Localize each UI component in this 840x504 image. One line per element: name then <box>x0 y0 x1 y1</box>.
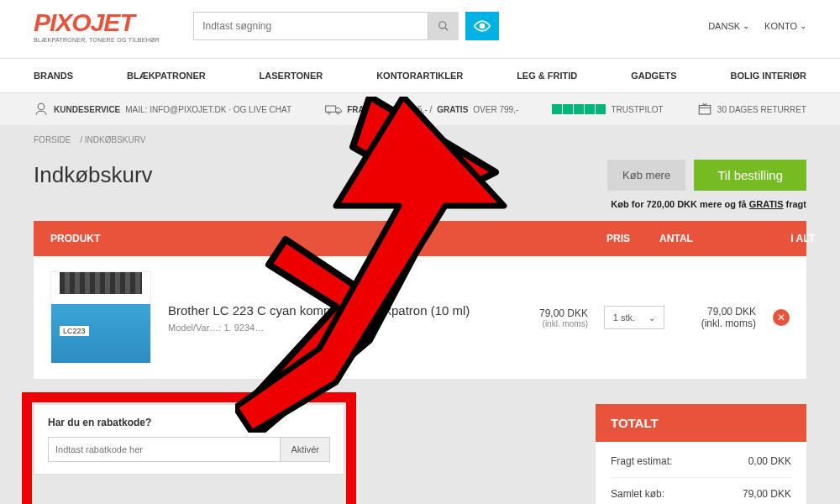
nav-brands[interactable]: BRANDS <box>34 71 73 81</box>
svg-point-3 <box>38 103 45 110</box>
ship-estimate-label: Fragt estimat: <box>611 455 672 467</box>
total-value: 79,00 DKK <box>680 306 756 318</box>
headset-icon <box>34 102 49 117</box>
promo-code-input[interactable] <box>48 437 281 462</box>
ship-over: OVER 799,- <box>473 105 518 114</box>
checkout-button[interactable]: Til bestilling <box>694 160 806 191</box>
promo-title: Har du en rabatkode? <box>48 417 330 428</box>
accessibility-button[interactable] <box>465 12 499 40</box>
service-text: MAIL: INFO@PIXOJET.DK · OG LIVE CHAT <box>125 105 291 114</box>
ship-estimate-value: 0,00 DKK <box>748 455 791 467</box>
account-label: KONTO <box>764 21 797 31</box>
breadcrumb: FORSIDE / INDKØBSKURV <box>0 125 840 155</box>
ship-free: GRATIS <box>437 105 468 114</box>
sum-label: Samlet køb: <box>611 488 664 500</box>
logo-text: PIXOJET <box>34 8 160 37</box>
product-name[interactable]: Brother LC 223 C cyan kompatibel blækpat… <box>168 303 504 318</box>
product-model: Model/Var…: 1. 9234… <box>168 323 504 333</box>
totals-box: TOTALT Fragt estimat: 0,00 DKK Samlet kø… <box>596 404 806 504</box>
search-button[interactable] <box>428 12 459 40</box>
svg-line-1 <box>445 27 449 30</box>
svg-rect-4 <box>326 106 336 112</box>
ship-label: FRAGT <box>347 105 375 114</box>
qty-value: 1 stk. <box>613 312 635 323</box>
col-qty: ANTAL <box>630 233 722 244</box>
svg-point-2 <box>480 24 485 28</box>
service-label: KUNDESERVICE <box>54 105 120 114</box>
continue-shopping-button[interactable]: Køb mere <box>607 160 685 191</box>
crumb-current: INDKØBSKURV <box>85 135 146 144</box>
nav-laser[interactable]: LASERTONER <box>260 71 323 81</box>
chevron-down-icon: ⌄ <box>743 21 749 30</box>
main-nav: BRANDS BLÆKPATRONER LASERTONER KONTORART… <box>0 59 840 93</box>
unit-price: 79,00 DKK (inkl. moms) <box>504 307 588 328</box>
product-image[interactable] <box>50 271 151 364</box>
chevron-down-icon: ⌄ <box>800 21 806 30</box>
promo-code-box: Har du en rabatkode? Aktivér <box>34 404 344 475</box>
return-icon <box>697 102 712 117</box>
total-vat: (inkl. moms) <box>680 318 756 329</box>
logo-tagline: BLÆKPATRONER, TONERE OG TILBEHØR <box>34 37 160 43</box>
language-label: DANSK <box>708 21 740 31</box>
freeship-word: GRATIS <box>749 199 784 209</box>
freeship-post: fragt <box>784 199 807 209</box>
cart-row: Brother LC 223 C cyan kompatibel blækpat… <box>34 256 806 379</box>
quantity-select[interactable]: 1 stk. ⌄ <box>604 306 664 329</box>
col-product: PRODUKT <box>50 233 546 244</box>
chevron-down-icon: ⌄ <box>648 313 655 323</box>
nav-office[interactable]: KONTORARTIKLER <box>376 71 463 81</box>
logo[interactable]: PIXOJET BLÆKPATRONER, TONERE OG TILBEHØR <box>34 8 160 43</box>
language-selector[interactable]: DANSK⌄ <box>708 21 749 31</box>
ship-text: KUN 28,95,- / <box>381 105 433 114</box>
sum-value: 79,00 DKK <box>743 488 791 500</box>
trustpilot[interactable]: TRUSTPILOT <box>552 104 663 114</box>
stars-icon <box>552 104 606 114</box>
nav-gadgets[interactable]: GADGETS <box>631 71 676 81</box>
truck-icon <box>325 103 342 115</box>
customer-service: KUNDESERVICE MAIL: INFO@PIXOJET.DK · OG … <box>34 102 291 117</box>
nav-home[interactable]: BOLIG INTERIØR <box>730 71 806 81</box>
svg-rect-7 <box>699 106 711 115</box>
close-icon: ✕ <box>777 312 785 323</box>
svg-point-5 <box>328 112 331 114</box>
remove-item-button[interactable]: ✕ <box>773 309 790 326</box>
totals-header: TOTALT <box>596 404 806 442</box>
free-shipping-notice: Køb for 720,00 DKK mere og få GRATIS fra… <box>0 194 840 221</box>
price-vat: (inkl. moms) <box>504 319 588 328</box>
line-total: 79,00 DKK (inkl. moms) <box>680 306 756 329</box>
search-icon <box>438 20 449 32</box>
account-menu[interactable]: KONTO⌄ <box>764 21 806 31</box>
eye-icon <box>474 20 491 32</box>
nav-ink[interactable]: BLÆKPATRONER <box>127 71 206 81</box>
cart-table: PRODUKT PRIS ANTAL I ALT Brother LC 223 … <box>34 221 806 379</box>
crumb-home[interactable]: FORSIDE <box>34 135 71 144</box>
svg-point-6 <box>337 112 339 114</box>
col-price: PRIS <box>546 233 630 244</box>
page-title: Indkøbskurv <box>34 162 153 188</box>
price-value: 79,00 DKK <box>504 307 588 319</box>
shipping-info: FRAGT KUN 28,95,- / GRATIS OVER 799,- <box>325 103 518 115</box>
freeship-pre: Køb for 720,00 DKK mere og få <box>611 199 748 209</box>
nav-play[interactable]: LEG & FRITID <box>517 71 577 81</box>
col-total: I ALT <box>722 233 815 244</box>
returns-label: 30 DAGES RETURRET <box>717 105 806 114</box>
search-input[interactable] <box>193 12 428 40</box>
trust-label: TRUSTPILOT <box>611 105 663 114</box>
info-bar: KUNDESERVICE MAIL: INFO@PIXOJET.DK · OG … <box>0 93 840 125</box>
crumb-sep: / <box>80 135 82 144</box>
promo-apply-button[interactable]: Aktivér <box>281 437 330 462</box>
returns-info: 30 DAGES RETURRET <box>697 102 806 117</box>
svg-point-0 <box>439 21 446 28</box>
search-form <box>193 12 499 40</box>
